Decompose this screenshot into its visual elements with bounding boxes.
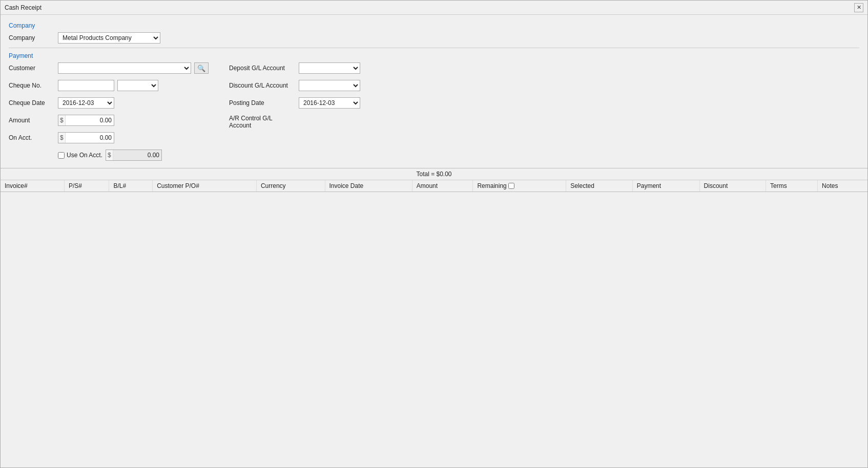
ar-control-row: A/R Control G/L Account — [229, 115, 360, 129]
customer-label: Customer — [9, 65, 55, 72]
table-header: Invoice# P/S# B/L# Customer P/O# Currenc… — [1, 180, 867, 192]
total-row: Total = $0.00 — [1, 168, 867, 180]
col-invoice: Invoice# — [1, 180, 64, 192]
col-remaining: Remaining — [473, 180, 566, 192]
select-all-checkbox[interactable] — [508, 183, 514, 189]
binoculars-icon: 🔍 — [197, 65, 205, 72]
payment-left-column: Customer 🔍 Cheque No. — [9, 62, 209, 164]
table-header-row: Invoice# P/S# B/L# Customer P/O# Currenc… — [1, 180, 867, 192]
chequedate-dropdown[interactable]: 2016-12-03 — [58, 97, 114, 109]
deposit-gl-dropdown[interactable] — [299, 62, 360, 74]
form-area: Company Company Metal Products Company P… — [1, 15, 867, 168]
onacct-prefix: $ — [58, 133, 66, 143]
useonacct-amount-value: 0.00 — [113, 152, 161, 159]
close-button[interactable]: ✕ — [854, 3, 863, 12]
posting-date-label: Posting Date — [229, 99, 296, 107]
company-field-label: Company — [9, 34, 55, 41]
useonacct-amount-prefix: $ — [106, 150, 113, 160]
onacct-label: On Acct. — [9, 134, 55, 141]
chequeno-type-dropdown[interactable] — [117, 80, 158, 91]
amount-row: Amount $ 0.00 — [9, 115, 209, 126]
payment-section: Customer 🔍 Cheque No. — [9, 62, 859, 164]
onacct-value: 0.00 — [66, 134, 114, 141]
useonacct-checkbox[interactable] — [58, 152, 65, 159]
discount-gl-dropdown[interactable] — [299, 80, 360, 91]
col-invoicedate: Invoice Date — [325, 180, 412, 192]
col-amount: Amount — [412, 180, 473, 192]
chequedate-row: Cheque Date 2016-12-03 — [9, 97, 209, 109]
col-payment: Payment — [632, 180, 699, 192]
deposit-gl-row: Deposit G/L Account — [229, 62, 360, 74]
discount-gl-row: Discount G/L Account — [229, 80, 360, 91]
customer-dropdown[interactable] — [58, 62, 191, 74]
amount-label: Amount — [9, 117, 55, 124]
chequeno-label: Cheque No. — [9, 82, 55, 89]
deposit-gl-label: Deposit G/L Account — [229, 65, 296, 72]
table-section: Total = $0.00 Invoice# P/S# B/L# Custome… — [1, 168, 867, 467]
col-selected: Selected — [566, 180, 633, 192]
ar-control-label: A/R Control G/L Account — [229, 115, 296, 129]
col-customerpo: Customer P/O# — [153, 180, 257, 192]
col-terms: Terms — [766, 180, 818, 192]
invoice-table: Invoice# P/S# B/L# Customer P/O# Currenc… — [1, 180, 867, 192]
customer-row: Customer 🔍 — [9, 62, 209, 74]
useonacct-amount-field: $ 0.00 — [106, 150, 162, 161]
useonacct-checkbox-label[interactable]: Use On Acct. — [58, 152, 102, 159]
onacct-field: $ 0.00 — [58, 132, 114, 143]
amount-value: 0.00 — [66, 117, 114, 124]
amount-prefix: $ — [58, 115, 66, 125]
amount-field: $ 0.00 — [58, 115, 114, 126]
chequeno-input[interactable] — [58, 80, 114, 91]
divider-company — [9, 48, 859, 48]
window-title: Cash Receipt — [5, 4, 42, 11]
col-ps: P/S# — [64, 180, 109, 192]
cash-receipt-window: Cash Receipt ✕ Company Company Metal Pro… — [0, 0, 868, 468]
col-discount: Discount — [699, 180, 766, 192]
onacct-row: On Acct. $ 0.00 — [9, 132, 209, 143]
useonacct-row: Use On Acct. $ 0.00 — [9, 150, 209, 161]
payment-right-column: Deposit G/L Account Discount G/L Account… — [229, 62, 360, 132]
customer-search-button[interactable]: 🔍 — [194, 62, 209, 74]
chequedate-label: Cheque Date — [9, 99, 55, 107]
chequeno-row: Cheque No. — [9, 80, 209, 91]
posting-date-row: Posting Date 2016-12-03 — [229, 97, 360, 109]
posting-date-dropdown[interactable]: 2016-12-03 — [299, 97, 360, 109]
col-notes: Notes — [818, 180, 867, 192]
company-dropdown[interactable]: Metal Products Company — [58, 32, 160, 44]
col-bl: B/L# — [109, 180, 153, 192]
payment-section-label: Payment — [9, 52, 859, 59]
title-bar: Cash Receipt ✕ — [1, 1, 867, 15]
discount-gl-label: Discount G/L Account — [229, 82, 296, 89]
col-currency: Currency — [256, 180, 325, 192]
useonacct-label: Use On Acct. — [67, 152, 102, 159]
company-row: Company Metal Products Company — [9, 32, 859, 44]
company-section-label: Company — [9, 22, 859, 29]
